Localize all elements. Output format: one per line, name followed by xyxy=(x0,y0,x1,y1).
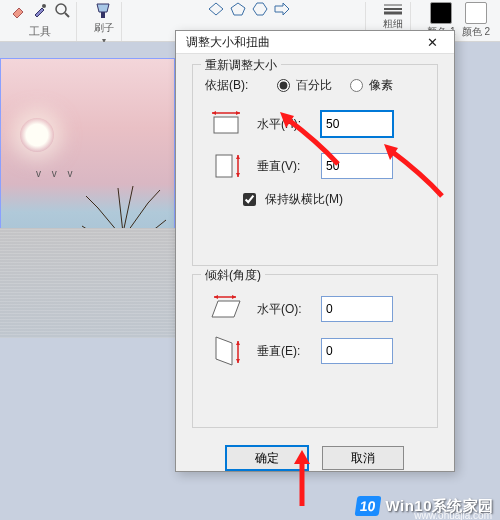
resize-vertical-icon xyxy=(205,152,247,180)
svg-marker-31 xyxy=(212,301,240,317)
brush-button[interactable]: 刷子 ▾ xyxy=(93,2,115,45)
svg-marker-0 xyxy=(13,8,23,18)
arrow-right-shape-icon[interactable] xyxy=(274,2,290,19)
resize-group-title: 重新调整大小 xyxy=(201,57,281,74)
cancel-button[interactable]: 取消 xyxy=(322,446,404,470)
skew-h-label: 水平(O): xyxy=(257,301,311,318)
hexagon-shape-icon[interactable] xyxy=(252,2,268,19)
maintain-ratio-checkbox[interactable]: 保持纵横比(M) xyxy=(239,190,425,209)
resize-v-label: 垂直(V): xyxy=(257,158,311,175)
pixels-radio[interactable]: 像素 xyxy=(350,77,393,94)
resize-h-label: 水平(H): xyxy=(257,116,311,133)
resize-horizontal-icon xyxy=(205,110,247,138)
brush-icon xyxy=(93,2,115,20)
resize-vertical-input[interactable] xyxy=(321,153,393,179)
svg-rect-23 xyxy=(214,117,238,133)
pixels-radio-input[interactable] xyxy=(350,79,363,92)
maintain-ratio-input[interactable] xyxy=(243,193,256,206)
svg-marker-29 xyxy=(236,155,240,159)
svg-marker-38 xyxy=(236,359,240,363)
canvas-image[interactable]: v v v xyxy=(0,58,175,338)
dialog-body: 重新调整大小 依据(B): 百分比 像素 水平(H): xyxy=(176,54,454,484)
skew-horizontal-input[interactable] xyxy=(321,296,393,322)
svg-rect-4 xyxy=(101,12,105,18)
svg-marker-8 xyxy=(275,3,289,15)
resize-skew-dialog: 调整大小和扭曲 ✕ 重新调整大小 依据(B): 百分比 像素 xyxy=(175,30,455,472)
svg-marker-6 xyxy=(231,3,245,15)
skew-vertical-icon xyxy=(205,337,247,365)
dialog-buttons: 确定 取消 xyxy=(192,436,438,478)
dialog-titlebar[interactable]: 调整大小和扭曲 ✕ xyxy=(176,31,454,54)
thickness-icon xyxy=(382,2,404,16)
ok-button[interactable]: 确定 xyxy=(226,446,308,470)
pentagon-shape-icon[interactable] xyxy=(230,2,246,19)
close-button[interactable]: ✕ xyxy=(416,31,448,53)
magnifier-icon[interactable] xyxy=(54,2,70,21)
color2-swatch xyxy=(465,2,487,24)
skew-group-title: 倾斜(角度) xyxy=(201,267,265,284)
svg-marker-25 xyxy=(212,111,216,115)
ribbon-group-brush: 刷子 ▾ xyxy=(87,2,122,41)
by-label: 依据(B): xyxy=(205,77,259,94)
percent-radio[interactable]: 百分比 xyxy=(277,77,332,94)
ribbon-tools-label: 工具 xyxy=(29,24,51,41)
color1-swatch xyxy=(430,2,452,24)
dialog-title: 调整大小和扭曲 xyxy=(186,34,270,51)
eraser-icon[interactable] xyxy=(10,2,26,21)
svg-line-22 xyxy=(156,220,166,228)
svg-line-19 xyxy=(86,196,98,208)
skew-group: 倾斜(角度) 水平(O): 垂直(E): xyxy=(192,274,438,428)
svg-point-1 xyxy=(42,4,46,8)
sun-graphic xyxy=(20,118,54,152)
svg-marker-26 xyxy=(236,111,240,115)
svg-marker-7 xyxy=(253,3,267,15)
water-reflection xyxy=(0,228,175,338)
color2-button[interactable]: 颜色 2 xyxy=(462,2,490,39)
diamond-shape-icon[interactable] xyxy=(208,2,224,19)
svg-line-20 xyxy=(148,190,160,203)
birds-graphic: v v v xyxy=(36,168,77,179)
resize-horizontal-input[interactable] xyxy=(321,111,393,137)
skew-vertical-input[interactable] xyxy=(321,338,393,364)
svg-marker-30 xyxy=(236,173,240,177)
svg-rect-27 xyxy=(216,155,232,177)
svg-marker-35 xyxy=(216,337,232,365)
watermark-badge: 10 xyxy=(354,496,380,516)
svg-line-3 xyxy=(65,13,69,17)
svg-marker-5 xyxy=(209,3,223,15)
svg-point-2 xyxy=(56,4,66,14)
close-icon: ✕ xyxy=(427,35,438,50)
svg-marker-34 xyxy=(232,295,236,299)
svg-marker-33 xyxy=(214,295,218,299)
svg-marker-37 xyxy=(236,341,240,345)
eyedropper-icon[interactable] xyxy=(32,2,48,21)
skew-v-label: 垂直(E): xyxy=(257,343,311,360)
ribbon-group-tools: 工具 xyxy=(4,2,77,41)
svg-line-17 xyxy=(118,188,123,233)
watermark-url: www.ohuajia.com xyxy=(414,510,492,520)
skew-horizontal-icon xyxy=(205,295,247,323)
percent-radio-input[interactable] xyxy=(277,79,290,92)
resize-group: 重新调整大小 依据(B): 百分比 像素 水平(H): xyxy=(192,64,438,266)
